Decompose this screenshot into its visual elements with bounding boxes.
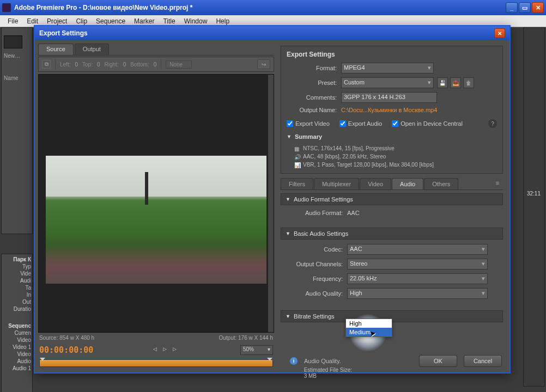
new-item[interactable]: New…: [4, 53, 30, 59]
menu-sequence[interactable]: Sequence: [92, 17, 130, 25]
menu-window[interactable]: Window: [180, 17, 212, 25]
preview-scrollbar[interactable]: [268, 75, 274, 332]
apply-crop-button[interactable]: ↪: [257, 59, 270, 69]
comments-label: Comments:: [287, 94, 341, 101]
audio-format-header[interactable]: ▼Audio Format Settings: [281, 193, 503, 205]
tab-video[interactable]: Video: [360, 178, 391, 189]
menu-clip[interactable]: Clip: [71, 17, 92, 25]
channels-dropdown[interactable]: Stereo: [347, 259, 488, 270]
dialog-titlebar[interactable]: Export Settings ✕: [35, 26, 509, 40]
main-titlebar: Adobe Premiere Pro - D:\новое видео\New …: [0, 0, 546, 15]
crop-icon[interactable]: ⧉: [42, 60, 51, 69]
est-size-label: Estimated File Size:: [304, 367, 352, 373]
tab-output[interactable]: Output: [75, 44, 109, 55]
export-settings-header: Export Settings: [287, 51, 497, 58]
bitrate-icon: 📊: [294, 162, 300, 168]
video-icon: ▦: [294, 146, 300, 151]
dialog-title: Export Settings: [39, 29, 494, 37]
tab-multiplexer[interactable]: Multiplexer: [314, 178, 359, 189]
output-dims: Output: 176 w X 144 h: [219, 335, 273, 341]
help-icon[interactable]: ?: [488, 119, 497, 128]
quality-dropdown-list[interactable]: High Medium: [345, 318, 392, 337]
minimize-button[interactable]: _: [506, 2, 518, 13]
preset-dropdown[interactable]: Custom: [341, 77, 434, 88]
codec-label: Codec:: [284, 246, 347, 253]
menu-help[interactable]: Help: [211, 17, 234, 25]
tab-audio[interactable]: Audio: [392, 178, 423, 189]
menu-marker[interactable]: Marker: [130, 17, 159, 25]
delete-preset-icon[interactable]: 🗑: [463, 77, 474, 88]
save-preset-icon[interactable]: 💾: [437, 77, 448, 88]
tab-source[interactable]: Source: [38, 44, 74, 55]
app-icon: [2, 3, 11, 12]
cursor-icon: ➤: [369, 328, 377, 338]
tab-filters[interactable]: Filters: [281, 178, 313, 189]
maximize-button[interactable]: ▭: [519, 2, 531, 13]
quality-label: Audio Quality:: [284, 290, 347, 297]
tab-others[interactable]: Others: [424, 178, 458, 189]
project-thumb[interactable]: [4, 35, 22, 48]
window-title: Adobe Premiere Pro - D:\новое видео\New …: [14, 4, 506, 11]
play-button[interactable]: ▷: [163, 346, 171, 354]
preset-label: Preset:: [287, 79, 341, 86]
timecode[interactable]: 00:00:00:00: [39, 345, 93, 355]
format-dropdown[interactable]: MPEG4: [341, 63, 434, 74]
comments-field[interactable]: 3GPP 176 x 144 H.263: [341, 92, 437, 103]
outputname-label: Output Name:: [287, 107, 341, 113]
export-video-checkbox[interactable]: Export Video: [287, 120, 330, 127]
preview-frame: [46, 156, 266, 284]
zoom-dropdown[interactable]: 50%: [240, 345, 273, 355]
info-icon: i: [290, 357, 298, 365]
sequence-hdr: Sequenc: [3, 323, 31, 329]
ok-button[interactable]: OK: [419, 355, 457, 367]
basic-audio-header[interactable]: ▼Basic Audio Settings: [281, 228, 503, 240]
project-panel: New… Name: [1, 27, 33, 234]
import-preset-icon[interactable]: 📥: [450, 77, 461, 88]
audio-icon: 🔊: [294, 154, 300, 160]
menu-project[interactable]: Project: [43, 17, 71, 25]
export-audio-checkbox[interactable]: Export Audio: [339, 120, 382, 127]
format-label: Format:: [287, 65, 341, 71]
preview-area[interactable]: [38, 74, 274, 333]
menu-title[interactable]: Title: [159, 17, 179, 25]
outputname-link[interactable]: C:\Docu...Кузьминки в Москве.mp4: [341, 107, 437, 113]
scrub-bar[interactable]: [39, 359, 273, 367]
frequency-label: Frequency:: [284, 275, 347, 282]
crop-toolbar: ⧉ Left:0 Top:0 Right:0 Bottom:0 None ↪: [38, 57, 274, 72]
menu-file[interactable]: File: [3, 17, 22, 25]
timecode-right: 32:11: [527, 191, 541, 197]
clip-info-panel: Парк К Typ Vide Audi Ta In Out Duratio S…: [1, 254, 33, 392]
audio-format-value: AAC: [347, 210, 360, 216]
channels-label: Output Channels:: [284, 261, 347, 267]
settings-tabs: Filters Multiplexer Video Audio Others ≡: [281, 178, 503, 190]
frequency-dropdown[interactable]: 22.05 kHz: [347, 273, 488, 284]
close-button[interactable]: ✕: [532, 2, 544, 13]
est-size-value: 3 MB: [304, 373, 352, 379]
codec-dropdown[interactable]: AAC: [347, 244, 488, 255]
cancel-button[interactable]: Cancel: [464, 355, 502, 367]
name-header: Name: [4, 75, 30, 81]
open-device-checkbox[interactable]: Open in Device Central: [392, 120, 463, 127]
source-dims: Source: 854 w X 480 h: [39, 335, 94, 341]
timeline-panel-right: [523, 27, 545, 387]
clip-title: Парк К: [3, 256, 31, 262]
tabs-menu-icon[interactable]: ≡: [492, 178, 503, 188]
summary-header[interactable]: ▼Summary: [287, 133, 497, 140]
quality-tooltip: Audio Quality.: [304, 358, 341, 364]
menu-edit[interactable]: Edit: [22, 17, 43, 25]
crop-aspect-dropdown[interactable]: None: [166, 60, 192, 69]
dialog-close-button[interactable]: ✕: [494, 28, 505, 38]
step-back-button[interactable]: ◁: [153, 346, 161, 354]
export-settings-dialog: Export Settings ✕ Source Output ⧉ Left:0…: [34, 25, 511, 373]
quality-dropdown[interactable]: High: [347, 288, 488, 299]
quality-option-high[interactable]: High: [346, 319, 392, 328]
step-fwd-button[interactable]: ▷: [173, 346, 180, 354]
audio-format-label: Audio Format:: [284, 210, 347, 216]
